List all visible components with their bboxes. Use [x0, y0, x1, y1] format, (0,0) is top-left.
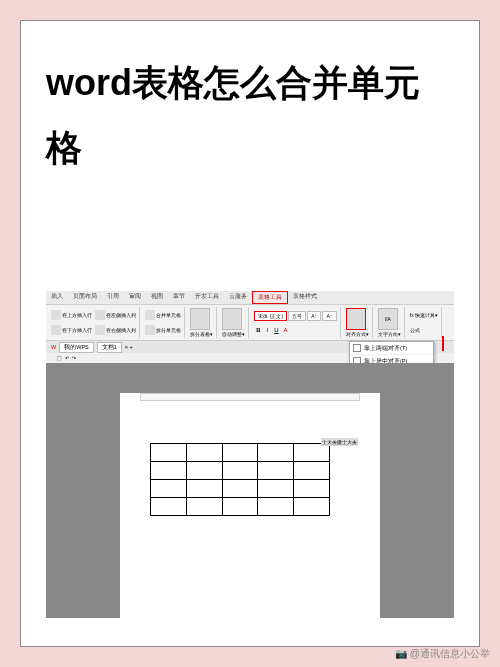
qt-redo-icon[interactable]: ↷ [72, 355, 76, 361]
font-grow-button[interactable]: A⁺ [307, 311, 321, 321]
ribbon-tablesplit: 拆分表格▾ [187, 307, 217, 338]
align-label: 对齐方式▾ [346, 331, 369, 337]
ribbon-rows-cols: 在上方插入行 在左侧插入列 在下方插入行 在右侧插入列 [48, 307, 140, 338]
split-button[interactable]: 拆分单元格 [156, 327, 181, 333]
tab-cloud[interactable]: 云服务 [224, 291, 252, 304]
table-row[interactable] [151, 462, 330, 480]
font-name-select[interactable]: 宋体 (正文) [254, 311, 287, 321]
tab-review[interactable]: 审阅 [124, 291, 146, 304]
font-size-select[interactable]: 五号 [288, 311, 306, 321]
merge-button[interactable]: 合并单元格 [156, 312, 181, 318]
annotation-arrow-icon [442, 336, 444, 351]
qt-undo-icon[interactable]: ↶ [65, 355, 69, 361]
italic-button[interactable]: I [263, 327, 271, 335]
formula-button[interactable]: 公式 [410, 327, 420, 333]
ruler [140, 393, 360, 401]
tab-dev[interactable]: 开发工具 [190, 291, 224, 304]
table-row[interactable] [151, 480, 330, 498]
watermark: @通讯信息小公举 [395, 647, 490, 661]
page-sheet: 士大夫撒士大夫 [120, 393, 380, 618]
align-icon [351, 314, 361, 324]
autofit-icon [227, 314, 237, 324]
insert-above-icon [51, 310, 61, 320]
ribbon: 在上方插入行 在左侧插入列 在下方插入行 在右侧插入列 合并单元格 拆分单元格 … [46, 305, 454, 341]
app-screenshot: 插入 页面布局 引用 审阅 视图 章节 开发工具 云服务 表格工具 表格样式 在… [46, 291, 454, 618]
ribbon-align: 对齐方式▾ [343, 307, 373, 338]
tab-table-tools[interactable]: 表格工具 [252, 291, 288, 304]
insert-left-icon [95, 310, 105, 320]
page-title: word表格怎么合并单元格 [46, 51, 454, 181]
bold-button[interactable]: B [254, 327, 262, 335]
calc-button[interactable]: fx 快速计算▾ [410, 312, 438, 318]
autofit-label: 自动调整▾ [222, 331, 245, 337]
tab-layout[interactable]: 页面布局 [68, 291, 102, 304]
document-area: 士大夫撒士大夫 [46, 363, 454, 618]
table-row[interactable] [151, 444, 330, 462]
text-dir-button[interactable]: IIA [378, 308, 398, 330]
qt-paste-icon[interactable]: 📋 [56, 355, 62, 361]
font-shrink-button[interactable]: A⁻ [322, 311, 336, 321]
tab-insert[interactable]: 插入 [46, 291, 68, 304]
tab-view[interactable]: 视图 [146, 291, 168, 304]
insert-right-icon [95, 325, 105, 335]
split-icon [145, 325, 155, 335]
doctab-wps[interactable]: 我的WPS [59, 342, 94, 353]
ctx-top-justify[interactable]: 靠上两端对齐(T) [350, 342, 433, 355]
insert-below-icon [51, 325, 61, 335]
table-row[interactable] [151, 498, 330, 516]
text-dir-label: 文字方向▾ [378, 331, 401, 337]
merge-icon [145, 310, 155, 320]
underline-button[interactable]: U [272, 327, 280, 335]
split-table-label: 拆分表格▾ [190, 331, 213, 337]
word-table[interactable] [150, 443, 330, 516]
split-table-button[interactable] [190, 308, 210, 330]
ribbon-tabs: 插入 页面布局 引用 审阅 视图 章节 开发工具 云服务 表格工具 表格样式 [46, 291, 454, 305]
insert-right-button[interactable]: 在右侧插入列 [106, 327, 136, 333]
align-tl-icon [353, 344, 361, 352]
doctab-add[interactable]: × + [125, 344, 133, 350]
text-dir-icon: IIA [385, 316, 391, 322]
align-button[interactable] [346, 308, 366, 330]
ribbon-merge-split: 合并单元格 拆分单元格 [142, 307, 185, 338]
ribbon-calc: fx 快速计算▾ 公式 [407, 307, 442, 338]
tab-table-style[interactable]: 表格样式 [288, 291, 322, 304]
ribbon-font: 宋体 (正文) 五号 A⁺ A⁻ B I U A [251, 307, 340, 338]
ribbon-autofit: 自动调整▾ [219, 307, 249, 338]
insert-below-button[interactable]: 在下方插入行 [62, 327, 92, 333]
doctab-doc1[interactable]: 文档1 [97, 342, 122, 353]
insert-above-button[interactable]: 在上方插入行 [62, 312, 92, 318]
tab-chapter[interactable]: 章节 [168, 291, 190, 304]
ribbon-textdir: IIA 文字方向▾ [375, 307, 405, 338]
sample-text: 士大夫撒士大夫 [321, 438, 358, 446]
insert-left-button[interactable]: 在左侧插入列 [106, 312, 136, 318]
split-table-icon [195, 314, 205, 324]
font-color-button[interactable]: A [281, 327, 289, 335]
tab-ref[interactable]: 引用 [102, 291, 124, 304]
autofit-button[interactable] [222, 308, 242, 330]
